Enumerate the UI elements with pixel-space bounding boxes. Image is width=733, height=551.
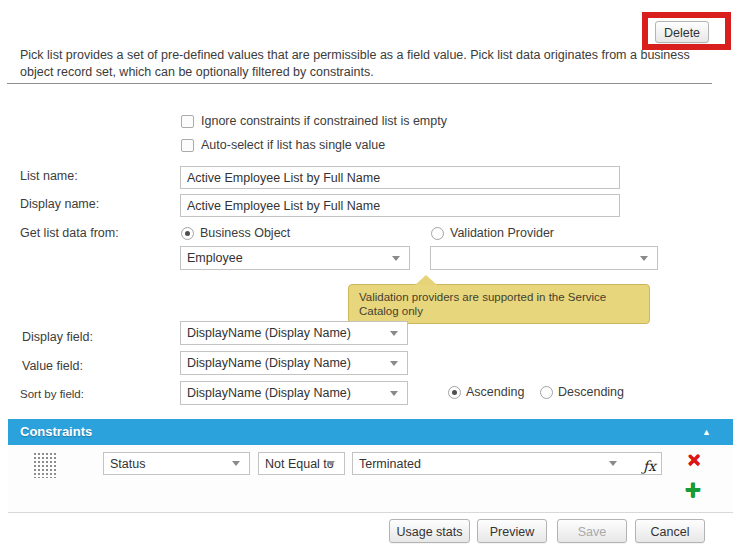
- display-name-input[interactable]: [180, 194, 620, 217]
- validation-provider-label: Validation Provider: [450, 226, 554, 241]
- pick-list-dialog: Delete Pick list provides a set of pre-d…: [0, 0, 733, 551]
- chevron-down-icon: [392, 256, 400, 261]
- remove-constraint-icon[interactable]: ✕: [687, 450, 701, 471]
- ascending-radio[interactable]: [448, 386, 461, 399]
- sort-by-field-label: Sort by field:: [20, 387, 84, 402]
- constraint-operator-value: Not Equal to: [265, 457, 334, 471]
- constraint-field-dropdown[interactable]: Status: [103, 452, 250, 475]
- auto-select-checkbox[interactable]: [181, 139, 194, 152]
- list-name-input[interactable]: [180, 166, 620, 189]
- constraint-operator-dropdown[interactable]: Not Equal to: [258, 452, 345, 475]
- save-button[interactable]: Save: [557, 519, 627, 543]
- constraints-title: Constraints: [20, 424, 92, 439]
- descending-radio[interactable]: [540, 386, 553, 399]
- constraint-field-value: Status: [110, 457, 145, 471]
- ignore-constraints-label: Ignore constraints if constrained list i…: [201, 114, 447, 129]
- validation-provider-tooltip: Validation providers are supported in th…: [348, 284, 650, 324]
- value-field-value: DisplayName (Display Name): [187, 356, 351, 370]
- get-list-data-from-label: Get list data from:: [20, 226, 119, 241]
- display-field-value: DisplayName (Display Name): [187, 326, 351, 340]
- chevron-down-icon: [640, 256, 648, 261]
- descending-label: Descending: [558, 385, 624, 400]
- chevron-down-icon: [390, 391, 398, 396]
- business-object-dropdown[interactable]: Employee: [180, 246, 410, 270]
- divider: [7, 83, 712, 84]
- description-text: Pick list provides a set of pre-defined …: [20, 47, 713, 81]
- constraint-value-dropdown[interactable]: Terminated ƒx: [352, 452, 662, 475]
- constraints-header: Constraints ▲: [8, 419, 733, 445]
- delete-button[interactable]: Delete: [655, 21, 709, 43]
- business-object-dropdown-value: Employee: [187, 251, 243, 265]
- value-field-label: Value field:: [22, 359, 83, 374]
- tooltip-text: Validation providers are supported in th…: [359, 291, 606, 317]
- list-name-label: List name:: [20, 169, 78, 184]
- business-object-label: Business Object: [200, 226, 290, 241]
- display-field-dropdown[interactable]: DisplayName (Display Name): [180, 321, 408, 345]
- expression-fx-icon[interactable]: ƒx: [643, 455, 656, 475]
- ignore-constraints-checkbox[interactable]: [181, 115, 194, 128]
- chevron-down-icon: [327, 461, 335, 466]
- sort-by-field-value: DisplayName (Display Name): [187, 386, 351, 400]
- ascending-label: Ascending: [466, 385, 524, 400]
- validation-provider-dropdown[interactable]: [430, 246, 658, 270]
- chevron-down-icon: [232, 461, 240, 466]
- display-field-label: Display field:: [22, 330, 93, 345]
- constraint-value-value: Terminated: [359, 457, 421, 471]
- value-field-dropdown[interactable]: DisplayName (Display Name): [180, 351, 408, 375]
- preview-button[interactable]: Preview: [477, 519, 547, 543]
- drag-handle-icon[interactable]: [33, 452, 56, 478]
- chevron-down-icon: [390, 361, 398, 366]
- tooltip-pointer: [415, 275, 437, 285]
- business-object-radio[interactable]: [181, 227, 194, 240]
- sort-by-field-dropdown[interactable]: DisplayName (Display Name): [180, 381, 408, 405]
- usage-stats-button[interactable]: Usage stats: [389, 519, 470, 543]
- chevron-down-icon: [609, 461, 617, 466]
- auto-select-label: Auto-select if list has single value: [201, 138, 385, 153]
- collapse-arrow-icon[interactable]: ▲: [702, 419, 711, 445]
- display-name-label: Display name:: [20, 197, 99, 212]
- cancel-button[interactable]: Cancel: [635, 519, 705, 543]
- validation-provider-radio[interactable]: [431, 227, 444, 240]
- chevron-down-icon: [390, 331, 398, 336]
- add-constraint-icon[interactable]: +: [685, 477, 701, 504]
